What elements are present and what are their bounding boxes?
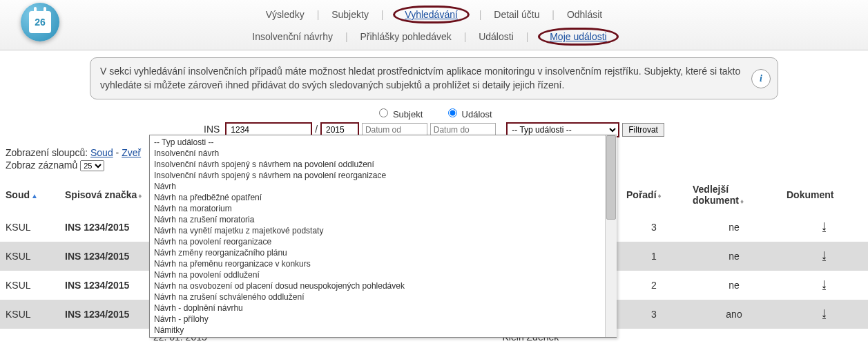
dropdown-option[interactable]: Návrh na zrušení moratoria	[150, 214, 605, 225]
th-dokument[interactable]: Dokument	[781, 177, 868, 213]
info-box: V sekci vyhledávání insolvenčních případ…	[90, 57, 778, 99]
dropdown-option[interactable]: Návrh na vynětí majetku z majetkové pods…	[150, 225, 605, 236]
nav-vysledky[interactable]: Výsledky	[263, 9, 307, 20]
download-icon[interactable]: ⭳	[819, 308, 830, 320]
radio-subjekt[interactable]: Subjekt	[376, 109, 423, 119]
dropdown-option[interactable]: Návrh - doplnění návrhu	[150, 302, 605, 314]
cell-soud: KSUL	[0, 300, 59, 329]
dropdown-option[interactable]: -- Typ události --	[150, 137, 605, 148]
th-poradi[interactable]: Pořadí♦	[621, 177, 687, 213]
cell-vedlejsi: ne	[687, 242, 781, 271]
top-bar: 26 Výsledky | Subjekty | Vyhledávání | D…	[0, 0, 868, 50]
dropdown-option[interactable]: Návrh změny reorganizačního plánu	[150, 247, 605, 258]
page-size-select[interactable]: 25	[80, 160, 104, 171]
ins-label: INS	[204, 124, 220, 135]
dropdown-option[interactable]: Insolvenční návrh	[150, 148, 605, 159]
radio-row: Subjekt Událost	[0, 106, 868, 119]
nav-vyhledavani[interactable]: Vyhledávání	[402, 9, 461, 20]
col-link-zver[interactable]: Zveř	[122, 147, 141, 158]
dropdown-option[interactable]: Návrh - přílohy	[150, 314, 605, 325]
nav-detail-uctu[interactable]: Detail účtu	[491, 9, 542, 20]
col-link-soud[interactable]: Soud	[90, 147, 113, 158]
dropdown-option[interactable]: Návrh	[150, 181, 605, 192]
th-vedlejsi[interactable]: Vedlejší dokument♦	[687, 177, 781, 213]
cell-vedlejsi: ne	[687, 271, 781, 300]
dropdown-option[interactable]: Insolvenční návrh spojený s návrhem na p…	[150, 159, 605, 170]
th-soud[interactable]: Soud▲	[0, 177, 59, 213]
dropdown-scrollbar[interactable]	[605, 135, 617, 338]
calendar-icon: 26	[29, 11, 51, 33]
dropdown-option[interactable]: Insolvenční návrh spojený s návrhem na p…	[150, 170, 605, 181]
dropdown-option[interactable]: Námitky proti konečné zprávě	[150, 336, 605, 338]
cell-poradi: 2	[621, 271, 687, 300]
nav-odhlasit[interactable]: Odhlásit	[564, 9, 605, 20]
info-icon: i	[751, 69, 771, 88]
filter-button[interactable]: Filtrovat	[622, 123, 664, 137]
primary-nav: Výsledky | Subjekty | Vyhledávání | Deta…	[0, 6, 868, 23]
download-icon[interactable]: ⭳	[819, 279, 830, 291]
subnav-moje-udalosti[interactable]: Moje události	[547, 31, 610, 42]
cell-soud: KSUL	[0, 242, 59, 271]
dropdown-option[interactable]: Návrh na povolení reorganizace	[150, 236, 605, 247]
cell-soud: KSUL	[0, 213, 59, 242]
cell-vedlejsi: ne	[687, 213, 781, 242]
calendar-badge[interactable]: 26	[21, 3, 59, 41]
subnav-udalosti[interactable]: Události	[476, 31, 517, 42]
dropdown-option[interactable]: Návrh na povolení oddlužení	[150, 269, 605, 280]
cell-poradi: 3	[621, 213, 687, 242]
dropdown-option[interactable]: Námitky	[150, 325, 605, 336]
event-type-dropdown[interactable]: -- Typ události --Insolvenční návrhInsol…	[149, 135, 617, 338]
dropdown-option[interactable]: Návrh na přeměnu reorganizace v konkurs	[150, 258, 605, 269]
dropdown-option[interactable]: Návrh na zrušení schváleného oddlužení	[150, 291, 605, 302]
subnav-navrhy[interactable]: Insolvenční návrhy	[249, 31, 336, 42]
info-text: V sekci vyhledávání insolvenčních případ…	[100, 66, 740, 90]
cell-poradi: 3	[621, 300, 687, 329]
subnav-prihlasky[interactable]: Přihlášky pohledávek	[357, 31, 454, 42]
cell-soud: KSUL	[0, 271, 59, 300]
nav-subjekty[interactable]: Subjekty	[329, 9, 372, 20]
cell-poradi: 1	[621, 242, 687, 271]
secondary-nav: Insolvenční návrhy | Přihlášky pohledáve…	[0, 28, 868, 46]
dropdown-option[interactable]: Návrh na předběžné opatření	[150, 192, 605, 203]
download-icon[interactable]: ⭳	[819, 221, 830, 233]
cell-vedlejsi: ano	[687, 300, 781, 329]
radio-udalost[interactable]: Událost	[445, 109, 492, 119]
dropdown-option[interactable]: Návrh na osvobození od placení dosud neu…	[150, 280, 605, 291]
download-icon[interactable]: ⭳	[819, 250, 830, 262]
dropdown-option[interactable]: Návrh na moratorium	[150, 203, 605, 214]
